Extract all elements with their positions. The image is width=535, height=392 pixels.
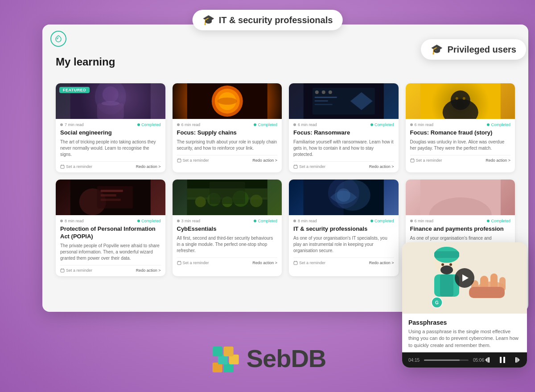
set-reminder-popia[interactable]: Set a reminder <box>60 268 92 273</box>
completed-dot-cyb <box>254 220 256 222</box>
svg-rect-26 <box>411 159 414 162</box>
svg-rect-33 <box>61 269 64 272</box>
svg-rect-68 <box>440 274 453 297</box>
card-title-supply: Focus: Supply chains <box>177 129 278 137</box>
tag-it-security[interactable]: 🎓 IT & security professionals <box>193 10 343 30</box>
card-desc-ransomware: Familiarise yourself with ransomware. Le… <box>293 139 394 158</box>
read-time-finance: 6 min read <box>415 219 434 223</box>
pause-button[interactable] <box>498 356 506 364</box>
card-body-romance: 6 min read Completed Focus: Romance frau… <box>406 119 515 166</box>
svg-text:G: G <box>435 300 439 305</box>
card-meta-romance: 6 min read Completed <box>410 122 511 127</box>
read-time-dot-romance <box>410 123 413 126</box>
completed-dot-popia <box>137 220 140 222</box>
redo-action-romance[interactable]: Redo action > <box>486 158 510 163</box>
redo-action-supply[interactable]: Redo action > <box>252 158 277 163</box>
video-thumbnail: G <box>402 242 527 314</box>
svg-rect-5 <box>61 165 64 168</box>
card-body-social: 7 min read Completed Social engineering … <box>56 119 165 172</box>
svg-rect-3 <box>97 103 124 119</box>
graduation-cap-icon: 🎓 <box>202 14 214 26</box>
read-time-dot <box>60 123 63 126</box>
card-image-ransomware <box>289 83 399 119</box>
svg-rect-74 <box>503 357 505 363</box>
card-actions-ransomware: Set a reminder Redo action > <box>293 161 394 169</box>
video-info: Passphrases Using a passphrase is the si… <box>402 314 527 352</box>
svg-marker-71 <box>485 357 488 363</box>
app-logo[interactable] <box>50 31 66 47</box>
svg-rect-72 <box>488 357 490 363</box>
svg-point-15 <box>322 90 325 94</box>
svg-point-37 <box>195 196 206 207</box>
svg-point-65 <box>449 263 452 266</box>
svg-point-16 <box>329 90 332 94</box>
completed-badge-social: Completed <box>137 122 161 127</box>
redo-action-ransomware[interactable]: Redo action > <box>369 164 394 169</box>
card-meta-finance: 6 min read Completed <box>410 219 511 223</box>
svg-point-2 <box>103 86 119 102</box>
set-reminder-cyb[interactable]: Set a reminder <box>177 261 209 265</box>
card-actions-popia: Set a reminder Redo action > <box>60 265 161 273</box>
read-time-social: 7 min read <box>65 122 84 127</box>
svg-rect-19 <box>315 104 333 105</box>
card-meta-supply: 6 min read Completed <box>177 122 278 127</box>
sebdb-logo: SebDB <box>209 342 326 374</box>
card-title-romance: Focus: Romance fraud (story) <box>410 129 511 137</box>
svg-point-48 <box>337 188 350 202</box>
card-image-popia <box>56 180 165 215</box>
play-button[interactable] <box>455 268 474 288</box>
set-reminder-ransomware[interactable]: Set a reminder <box>293 164 325 169</box>
read-time-dot-it <box>293 220 296 222</box>
redo-action-cyb[interactable]: Redo action > <box>252 261 277 265</box>
read-time-dot-ransomware <box>293 123 296 126</box>
video-description: Using a passphrase is the single most ef… <box>408 328 521 349</box>
set-reminder-it[interactable]: Set a reminder <box>293 261 325 265</box>
svg-rect-49 <box>294 261 297 265</box>
video-time-total: 05:06 <box>473 358 484 363</box>
svg-rect-60 <box>469 287 505 298</box>
set-reminder-social[interactable]: Set a reminder <box>60 164 92 169</box>
redo-action-popia[interactable]: Redo action > <box>136 268 161 273</box>
svg-point-25 <box>462 97 465 100</box>
read-time-dot-cyb <box>177 220 180 222</box>
card-desc-romance: Douglas was unlucky in love. Alice was o… <box>410 139 511 151</box>
read-time-dot-finance <box>410 220 413 222</box>
tag-it-security-label: IT & security professionals <box>219 15 333 25</box>
read-time-it: 8 min read <box>298 219 317 223</box>
card-title-social: Social engineering <box>60 129 161 137</box>
redo-action-social[interactable]: Redo action > <box>136 164 161 169</box>
graduation-cap-icon-2: 🎓 <box>431 44 443 55</box>
svg-rect-18 <box>315 100 328 102</box>
card-actions-supply: Set a reminder Redo action > <box>177 155 278 163</box>
forward-button[interactable] <box>514 356 521 363</box>
svg-point-23 <box>450 90 470 110</box>
set-reminder-romance[interactable]: Set a reminder <box>410 158 442 163</box>
card-meta-cyb: 3 min read Completed <box>177 219 278 223</box>
svg-rect-42 <box>209 182 245 204</box>
completed-dot-romance <box>487 123 490 126</box>
set-reminder-supply[interactable]: Set a reminder <box>177 158 209 163</box>
redo-action-it[interactable]: Redo action > <box>369 261 394 265</box>
completed-dot-supply <box>254 123 256 126</box>
card-image-it <box>289 180 399 215</box>
completed-dot-ransomware <box>370 123 373 126</box>
svg-rect-43 <box>177 261 181 265</box>
svg-point-4 <box>102 101 119 106</box>
tag-privileged-users[interactable]: 🎓 Privileged users <box>421 39 526 60</box>
svg-point-10 <box>217 98 237 105</box>
svg-rect-20 <box>294 165 297 168</box>
card-body-ransomware: 6 min read Completed Focus: Ransomware F… <box>289 119 399 172</box>
card-cybessentials: 3 min read Completed CybEssentials All f… <box>173 180 282 276</box>
card-image-romance <box>406 83 515 119</box>
card-desc-social: The art of tricking people into taking a… <box>60 139 161 158</box>
read-time-cyb: 3 min read <box>181 219 201 223</box>
completed-badge-finance: Completed <box>487 219 510 223</box>
card-desc-it: As one of your organisation's IT special… <box>293 235 394 254</box>
rewind-button[interactable] <box>484 356 491 363</box>
svg-point-14 <box>315 90 319 94</box>
svg-rect-31 <box>101 194 116 196</box>
card-body-it: 8 min read Completed IT & security profe… <box>289 215 399 269</box>
completed-dot <box>137 123 140 126</box>
svg-marker-75 <box>517 357 520 363</box>
video-progress-bar[interactable] <box>424 359 469 361</box>
